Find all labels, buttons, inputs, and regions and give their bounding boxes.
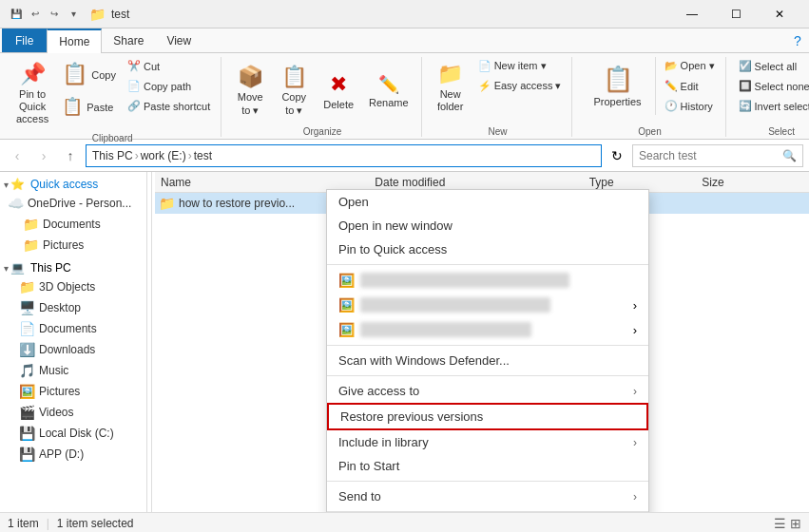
rename-button[interactable]: ✏️ Rename xyxy=(362,69,415,113)
quick-access-label: Quick access xyxy=(30,178,98,191)
appd-icon: 💾 xyxy=(19,446,35,462)
close-button[interactable]: ✕ xyxy=(758,0,801,28)
edit-button[interactable]: ✏️ Edit xyxy=(660,77,720,95)
breadcrumb-worke[interactable]: work (E:) xyxy=(141,149,186,162)
maximize-button[interactable]: ☐ xyxy=(714,0,758,28)
sidebar-item-music[interactable]: 🎵 Music xyxy=(0,360,146,381)
history-icon: 🕐 xyxy=(665,100,678,112)
paste-shortcut-icon: 🔗 xyxy=(127,100,141,112)
properties-icon: 📋 xyxy=(603,65,633,94)
back-button[interactable]: ‹ xyxy=(6,144,29,167)
select-all-button[interactable]: ☑️ Select all xyxy=(734,57,809,75)
videos-label: Videos xyxy=(39,406,73,419)
localc-label: Local Disk (C:) xyxy=(39,427,114,440)
move-to-button[interactable]: 📦 Moveto ▾ xyxy=(229,60,271,121)
quick-access-toggle[interactable]: ▾ ⭐ Quick access xyxy=(0,176,146,193)
ctx-pin-label: Pin to Quick access xyxy=(338,242,447,256)
documents2-icon: 📄 xyxy=(19,321,35,336)
ctx-give-access[interactable]: Give access to › xyxy=(327,379,648,403)
ctx-blurred3[interactable]: 🖼️ › xyxy=(327,317,648,342)
ctx-send-to[interactable]: Send to › xyxy=(327,484,648,508)
sidebar-item-documents[interactable]: 📁 Documents xyxy=(0,214,146,235)
paste-shortcut-button[interactable]: 🔗 Paste shortcut xyxy=(123,97,215,115)
ctx-pin-start[interactable]: Pin to Start xyxy=(327,454,648,478)
sidebar-item-documents2[interactable]: 📄 Documents xyxy=(0,318,146,339)
sidebar-item-desktop[interactable]: 🖥️ Desktop xyxy=(0,297,146,318)
cut-button[interactable]: ✂️ Cut xyxy=(123,57,215,75)
open-button[interactable]: 📂 Open ▾ xyxy=(660,57,720,75)
ctx-sep5 xyxy=(327,511,648,512)
properties-button[interactable]: 📋 Properties xyxy=(587,61,646,111)
ctx-include-library[interactable]: Include in library › xyxy=(327,430,648,454)
easy-access-button[interactable]: ⚡ Easy access ▾ xyxy=(473,77,567,95)
clipboard-group: 📌 Pin to Quick access 📋 Copy 📋 Paste xyxy=(4,57,222,137)
sidebar-item-label: ⭐ xyxy=(10,178,25,191)
col-size[interactable]: Size xyxy=(696,176,809,189)
address-path[interactable]: This PC › work (E:) › test xyxy=(86,144,602,167)
selected-count: 1 item selected xyxy=(57,517,134,530)
sidebar-item-pictures2[interactable]: 🖼️ Pictures xyxy=(0,381,146,402)
tab-file[interactable]: File xyxy=(2,28,47,52)
ctx-sep2 xyxy=(327,345,648,346)
item-count: 1 item xyxy=(8,517,39,530)
sidebar-item-onedrive[interactable]: ☁️ OneDrive - Person... xyxy=(0,193,146,214)
sidebar-item-localc[interactable]: 💾 Local Disk (C:) xyxy=(0,423,146,444)
pin-quick-access-button[interactable]: 📌 Pin to Quick access xyxy=(10,57,55,131)
copy-button[interactable]: 📋 Copy xyxy=(57,57,121,93)
ctx-restore-versions[interactable]: Restore previous versions xyxy=(327,403,648,430)
refresh-button[interactable]: ↻ xyxy=(606,144,628,167)
breadcrumb-test[interactable]: test xyxy=(194,149,212,162)
copy-to-button[interactable]: 📋 Copyto ▾ xyxy=(273,60,315,121)
search-input[interactable] xyxy=(639,149,782,162)
tab-home[interactable]: Home xyxy=(47,28,102,53)
redo-btn[interactable]: ↪ xyxy=(46,6,63,23)
organize-label: Organize xyxy=(229,124,414,137)
sidebar-resize-handle[interactable] xyxy=(147,172,155,512)
ctx-scan-defender[interactable]: Scan with Windows Defender... xyxy=(327,349,648,372)
sidebar-item-3dobjects[interactable]: 📁 3D Objects xyxy=(0,276,146,297)
invert-selection-button[interactable]: 🔄 Invert selection xyxy=(734,97,809,115)
save-btn[interactable]: 💾 xyxy=(8,6,25,23)
sidebar-item-pictures[interactable]: 📁 Pictures xyxy=(0,235,146,256)
sidebar-item-videos[interactable]: 🎬 Videos xyxy=(0,402,146,423)
move-icon: 📦 xyxy=(238,65,263,89)
search-box[interactable]: 🔍 xyxy=(632,144,803,167)
undo-btn[interactable]: ↩ xyxy=(27,6,44,23)
ctx-blurred1[interactable]: 🖼️ xyxy=(327,268,648,293)
open-buttons: 📋 Properties 📂 Open ▾ ✏️ Edit 🕐 xyxy=(580,57,719,124)
tab-share[interactable]: Share xyxy=(102,28,155,52)
new-folder-button[interactable]: 📁 Newfolder xyxy=(430,57,472,118)
delete-button[interactable]: ✖ Delete xyxy=(317,67,360,115)
large-icons-view-button[interactable]: ⊞ xyxy=(790,516,801,531)
sidebar-item-appd[interactable]: 💾 APP (D:) xyxy=(0,444,146,465)
col-date[interactable]: Date modified xyxy=(369,176,583,189)
ctx-blurred2[interactable]: 🖼️ › xyxy=(327,293,648,317)
paste-button[interactable]: 📋 Paste xyxy=(57,93,121,122)
history-button[interactable]: 🕐 History xyxy=(660,97,720,115)
documents2-label: Documents xyxy=(39,322,97,335)
breadcrumb-thispc[interactable]: This PC xyxy=(92,149,133,162)
minimize-button[interactable]: — xyxy=(670,0,714,28)
sidebar-item-downloads[interactable]: ⬇️ Downloads xyxy=(0,339,146,360)
details-view-button[interactable]: ☰ xyxy=(774,516,786,531)
col-type[interactable]: Type xyxy=(584,176,697,189)
context-menu: Open Open in new window Pin to Quick acc… xyxy=(326,189,649,512)
select-none-button[interactable]: 🔲 Select none xyxy=(734,77,809,95)
help-button[interactable]: ? xyxy=(786,29,809,52)
col-name[interactable]: Name xyxy=(155,176,369,189)
ctx-open[interactable]: Open xyxy=(327,190,648,214)
ctx-blurred2-icon: 🖼️ xyxy=(338,297,355,313)
onedrive-label: OneDrive - Person... xyxy=(28,197,131,210)
new-folder-icon: 📁 xyxy=(437,62,463,86)
thispc-toggle[interactable]: ▾ 💻 This PC xyxy=(0,259,146,276)
new-item-button[interactable]: 📄 New item ▾ xyxy=(473,57,567,75)
forward-button[interactable]: › xyxy=(32,144,55,167)
up-button[interactable]: ↑ xyxy=(59,144,82,167)
copy-path-button[interactable]: 📄 Copy path xyxy=(123,77,215,95)
ctx-pin-quick-access[interactable]: Pin to Quick access xyxy=(327,238,648,261)
pictures2-icon: 🖼️ xyxy=(19,384,35,399)
customize-btn[interactable]: ▾ xyxy=(65,6,82,23)
tab-view[interactable]: View xyxy=(155,28,202,52)
ctx-open-new-window[interactable]: Open in new window xyxy=(327,214,648,238)
window-icon: 📁 xyxy=(89,7,106,22)
